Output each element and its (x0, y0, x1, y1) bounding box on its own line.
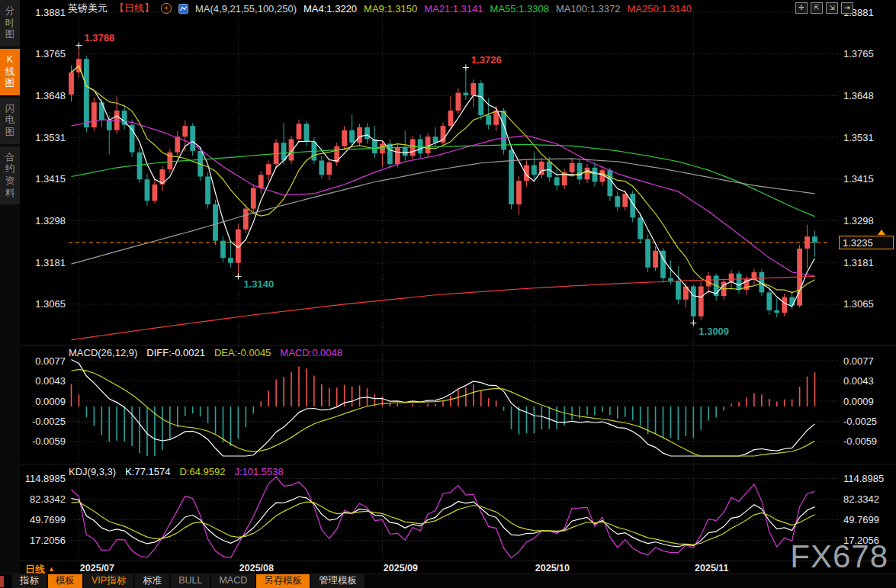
kdj-title: KDJ(9,3,3) (69, 466, 116, 477)
svg-text:1.3181: 1.3181 (35, 257, 66, 268)
svg-text:114.8985: 114.8985 (843, 473, 884, 484)
kdj-value-label: D:64.9592 (179, 466, 225, 477)
kdj-panel-header: KDJ(9,3,3) K:77.1574D:64.9592J:101.5538 (69, 466, 284, 477)
svg-text:1.3881: 1.3881 (35, 7, 66, 18)
period-arrow-icon: ▲ (48, 565, 55, 573)
chart-header: 英镑美元 【日线】 + MA(4,9,21,55,100,250) MA4:1.… (68, 2, 692, 15)
svg-text:0.0009: 0.0009 (843, 396, 874, 407)
svg-text:-0.0059: -0.0059 (843, 435, 877, 447)
footer-tabs: 指标模板VIP指标标准BULLMACD另存模板管理模板 (0, 574, 896, 588)
svg-text:1.3065: 1.3065 (35, 298, 66, 310)
kdj-value-label: K:77.1574 (125, 466, 170, 477)
macd-value-label: DEA:-0.0045 (214, 347, 271, 358)
footer-tab-指标[interactable]: 指标 (12, 574, 47, 588)
sidebar-tab-分时图[interactable]: 分时图 (0, 0, 20, 47)
macd-values: DIFF:-0.0021DEA:-0.0045MACD:0.0048 (146, 347, 342, 358)
resize-handle[interactable] (0, 576, 4, 587)
fit-left-icon[interactable]: ⇱ (811, 2, 823, 14)
svg-text:0.0009: 0.0009 (35, 396, 66, 407)
date-label: 2025/10 (535, 563, 570, 574)
svg-text:-0.0025: -0.0025 (32, 416, 66, 427)
sidebar-tab-合约资料[interactable]: 合约资料 (0, 146, 20, 205)
footer-tab-VIP指标[interactable]: VIP指标 (84, 574, 133, 588)
macd-panel-header: MACD(26,12,9) DIFF:-0.0021DEA:-0.0045MAC… (69, 347, 342, 358)
macd-title: MACD(26,12,9) (69, 347, 137, 358)
ma-value-label: MA100:1.3372 (556, 3, 621, 14)
swing-low-annotation: 1.3140 (243, 278, 274, 290)
footer-tab-MACD[interactable]: MACD (211, 574, 255, 588)
ma-value-label: MA21:1.3141 (424, 3, 483, 14)
svg-text:1.3531: 1.3531 (35, 132, 66, 143)
macd-value-label: DIFF:-0.0021 (146, 347, 205, 358)
svg-text:0.0077: 0.0077 (35, 355, 66, 367)
date-label: 2025/09 (384, 563, 418, 574)
sidebar-tab-闪电图[interactable]: 闪电图 (0, 98, 20, 144)
svg-text:0.0043: 0.0043 (843, 375, 874, 387)
swing-high-annotation: 1.3788 (84, 32, 114, 43)
symbol-title: 英镑美元 (68, 2, 108, 15)
kdj-value-label: J:101.5538 (234, 466, 283, 477)
svg-text:-0.0025: -0.0025 (843, 416, 877, 427)
ma-value-label: MA4:1.3220 (303, 3, 357, 14)
svg-text:1.3298: 1.3298 (35, 215, 66, 227)
swing-low-annotation: 1.3009 (698, 326, 729, 337)
ma-value-label: MA9:1.3150 (364, 3, 417, 14)
svg-text:1.3531: 1.3531 (843, 132, 874, 143)
sidebar-tab-K线图[interactable]: K线图 (0, 49, 20, 95)
svg-text:0.0077: 0.0077 (843, 355, 874, 367)
watermark: FX678 (790, 538, 888, 575)
svg-text:1.3415: 1.3415 (843, 173, 874, 185)
svg-text:1.3181: 1.3181 (843, 257, 874, 268)
ma-value-label: MA250:1.3140 (627, 3, 692, 14)
footer-tab-模板[interactable]: 模板 (48, 574, 82, 588)
svg-text:1.3648: 1.3648 (35, 90, 66, 101)
ma-settings-label[interactable]: MA(4,9,21,55,100,250) (195, 3, 297, 14)
svg-text:17.2056: 17.2056 (30, 535, 66, 546)
footer-tab-管理模板[interactable]: 管理模板 (311, 574, 365, 588)
svg-text:0.0043: 0.0043 (35, 375, 66, 387)
pan-icon[interactable]: ✛ (795, 2, 808, 14)
current-price-tag: 1.3235 (843, 237, 873, 249)
ma-values: MA4:1.3220MA9:1.3150MA21:1.3141MA55:1.33… (303, 3, 692, 14)
svg-text:82.3342: 82.3342 (30, 493, 66, 505)
svg-text:49.7699: 49.7699 (843, 514, 879, 525)
ma-value-label: MA55:1.3308 (490, 3, 549, 14)
date-label: 2025/08 (239, 563, 274, 574)
footer-tab-BULL[interactable]: BULL (171, 574, 210, 588)
date-label: 2025/11 (695, 563, 729, 574)
svg-text:114.8985: 114.8985 (25, 473, 66, 484)
swing-high-annotation: 1.3726 (471, 54, 502, 66)
period-tag: 【日线】 (114, 2, 154, 15)
chart-canvas[interactable]: 1.38811.38811.37651.37651.36481.36481.35… (0, 0, 896, 588)
add-indicator-icon[interactable]: + (161, 3, 172, 14)
chart-toolbar: ✛⇱⇲⇥ (795, 2, 853, 14)
sidebar: 分时图K线图闪电图合约资料 (0, 0, 20, 588)
fit-right-icon[interactable]: ⇲ (826, 2, 838, 14)
svg-text:1.3765: 1.3765 (35, 48, 66, 59)
svg-text:1.3298: 1.3298 (843, 215, 874, 227)
svg-text:1.3765: 1.3765 (843, 48, 874, 59)
macd-value-label: MACD:0.0048 (280, 347, 342, 358)
svg-text:-0.0059: -0.0059 (32, 435, 66, 447)
jump-latest-icon[interactable]: ⇥ (841, 2, 853, 14)
footer-tab-标准[interactable]: 标准 (135, 574, 169, 588)
svg-text:1.3415: 1.3415 (35, 173, 66, 185)
svg-text:1.3648: 1.3648 (843, 90, 874, 101)
svg-text:1.3065: 1.3065 (843, 298, 874, 310)
ma-indicator-icon (178, 4, 188, 14)
kdj-values: K:77.1574D:64.9592J:101.5538 (125, 466, 284, 477)
footer-tab-另存模板[interactable]: 另存模板 (256, 574, 310, 588)
date-label: 2025/07 (80, 563, 114, 574)
svg-text:49.7699: 49.7699 (30, 514, 66, 525)
svg-text:82.3342: 82.3342 (843, 493, 879, 505)
